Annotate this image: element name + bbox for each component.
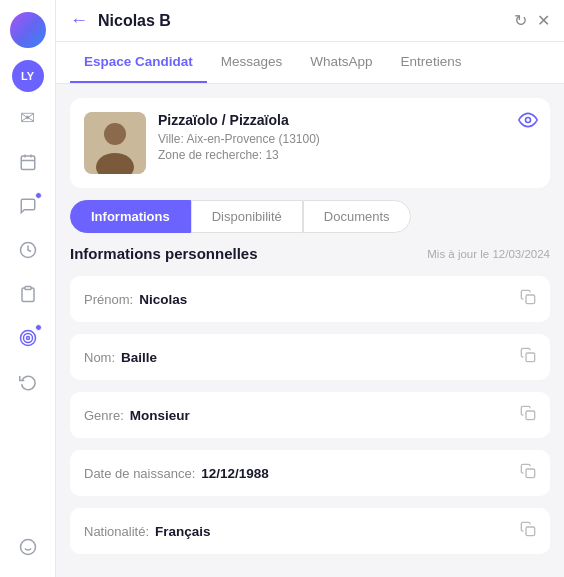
profile-card: Pizzaïolo / Pizzaïola Ville: Aix-en-Prov… bbox=[70, 98, 550, 188]
section-title: Informations personnelles bbox=[70, 245, 258, 262]
eye-icon[interactable] bbox=[518, 110, 538, 135]
value-nom: Baille bbox=[121, 350, 157, 365]
sidebar: LY ✉ bbox=[0, 0, 56, 577]
label-nationalite: Nationalité: bbox=[84, 524, 149, 539]
smile-icon[interactable] bbox=[10, 529, 46, 565]
value-genre: Monsieur bbox=[130, 408, 190, 423]
clipboard-icon[interactable] bbox=[10, 276, 46, 312]
value-nationalite: Français bbox=[155, 524, 211, 539]
sub-tab-disponibilite[interactable]: Disponibilité bbox=[191, 200, 303, 233]
profile-photo bbox=[84, 112, 146, 174]
field-prenom: Prénom: Nicolas bbox=[70, 276, 550, 322]
topbar: ← Nicolas B ↻ ✕ bbox=[56, 0, 564, 42]
main-tabs: Espace Candidat Messages WhatsApp Entret… bbox=[56, 42, 564, 84]
tab-whatsapp[interactable]: WhatsApp bbox=[296, 42, 386, 83]
chat-badge bbox=[35, 192, 42, 199]
copy-prenom-button[interactable] bbox=[520, 289, 536, 309]
tab-espace-candidat[interactable]: Espace Candidat bbox=[70, 42, 207, 83]
sub-tab-documents[interactable]: Documents bbox=[303, 200, 411, 233]
copy-nationalite-button[interactable] bbox=[520, 521, 536, 541]
label-nom: Nom: bbox=[84, 350, 115, 365]
page-title: Nicolas B bbox=[98, 12, 504, 30]
field-nom: Nom: Baille bbox=[70, 334, 550, 380]
copy-genre-button[interactable] bbox=[520, 405, 536, 425]
close-button[interactable]: ✕ bbox=[537, 11, 550, 30]
value-prenom: Nicolas bbox=[139, 292, 187, 307]
profile-zone: Zone de recherche: 13 bbox=[158, 148, 536, 162]
svg-rect-17 bbox=[526, 353, 535, 362]
svg-point-8 bbox=[26, 337, 29, 340]
content-area: Pizzaïolo / Pizzaïola Ville: Aix-en-Prov… bbox=[56, 84, 564, 577]
label-genre: Genre: bbox=[84, 408, 124, 423]
target-icon[interactable] bbox=[10, 320, 46, 356]
svg-point-15 bbox=[526, 118, 531, 123]
field-nationalite: Nationalité: Français bbox=[70, 508, 550, 554]
sub-tabs: Informations Disponibilité Documents bbox=[70, 200, 550, 233]
job-title: Pizzaïolo / Pizzaïola bbox=[158, 112, 536, 128]
history-icon[interactable] bbox=[10, 364, 46, 400]
refresh-button[interactable]: ↻ bbox=[514, 11, 527, 30]
clock-icon[interactable] bbox=[10, 232, 46, 268]
svg-rect-20 bbox=[526, 527, 535, 536]
target-badge bbox=[35, 324, 42, 331]
profile-info: Pizzaïolo / Pizzaïola Ville: Aix-en-Prov… bbox=[158, 112, 536, 164]
back-button[interactable]: ← bbox=[70, 10, 88, 31]
calendar-icon[interactable] bbox=[10, 144, 46, 180]
copy-dob-button[interactable] bbox=[520, 463, 536, 483]
app-logo bbox=[10, 12, 46, 48]
svg-point-9 bbox=[20, 540, 35, 555]
svg-rect-5 bbox=[25, 287, 31, 290]
svg-rect-19 bbox=[526, 469, 535, 478]
label-prenom: Prénom: bbox=[84, 292, 133, 307]
mail-icon[interactable]: ✉ bbox=[10, 100, 46, 136]
tab-entretiens[interactable]: Entretiens bbox=[387, 42, 476, 83]
value-dob: 12/12/1988 bbox=[201, 466, 269, 481]
svg-rect-18 bbox=[526, 411, 535, 420]
tab-messages[interactable]: Messages bbox=[207, 42, 297, 83]
sub-tab-informations[interactable]: Informations bbox=[70, 200, 191, 233]
field-dob: Date de naissance: 12/12/1988 bbox=[70, 450, 550, 496]
main-panel: ← Nicolas B ↻ ✕ Espace Candidat Messages… bbox=[56, 0, 564, 577]
user-avatar[interactable]: LY bbox=[12, 60, 44, 92]
svg-rect-0 bbox=[21, 156, 35, 170]
copy-nom-button[interactable] bbox=[520, 347, 536, 367]
profile-city: Ville: Aix-en-Provence (13100) bbox=[158, 132, 536, 146]
svg-point-7 bbox=[23, 334, 32, 343]
field-genre: Genre: Monsieur bbox=[70, 392, 550, 438]
updated-date: Mis à jour le 12/03/2024 bbox=[427, 248, 550, 260]
svg-rect-16 bbox=[526, 295, 535, 304]
chat-icon[interactable] bbox=[10, 188, 46, 224]
svg-point-13 bbox=[104, 123, 126, 145]
label-dob: Date de naissance: bbox=[84, 466, 195, 481]
section-header: Informations personnelles Mis à jour le … bbox=[70, 245, 550, 262]
